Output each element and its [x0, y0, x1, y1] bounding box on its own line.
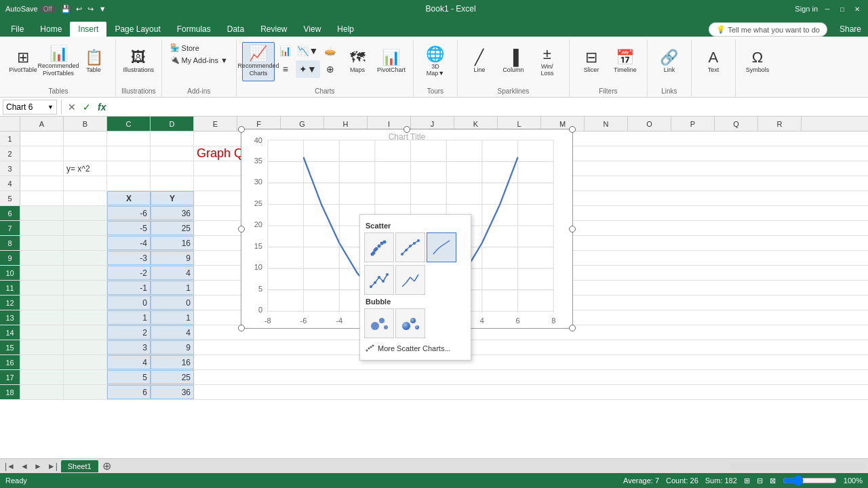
cell-A10[interactable] [20, 266, 64, 280]
close-btn[interactable]: ✕ [852, 3, 863, 14]
3d-map-btn[interactable]: 🌐 3DMap▼ [419, 42, 452, 81]
cell-B1[interactable] [64, 131, 107, 146]
page-break-view-btn[interactable]: ⊠ [770, 476, 776, 485]
store-btn[interactable]: 🏪 Store [167, 42, 202, 54]
col-A[interactable]: A [20, 117, 64, 131]
cell-A9[interactable] [20, 251, 64, 265]
more-scatter-btn[interactable]: More Scatter Charts... [364, 341, 467, 356]
scatter-straight-markers-btn[interactable] [364, 265, 394, 295]
cell-A14[interactable] [20, 325, 64, 340]
cancel-btn[interactable]: ✕ [66, 102, 78, 113]
tab-nav-prev[interactable]: ◄ [18, 462, 31, 471]
text-btn[interactable]: A Text [697, 42, 730, 81]
tab-home[interactable]: Home [32, 22, 70, 37]
cell-A17[interactable] [20, 370, 64, 384]
tab-file[interactable]: File [3, 22, 32, 37]
cell-C8[interactable]: -4 [107, 236, 151, 250]
cell-A4[interactable] [20, 176, 64, 190]
col-R[interactable]: R [758, 117, 802, 131]
more-charts-btn[interactable]: ⊕ [321, 60, 340, 78]
save-btn[interactable]: 💾 [61, 5, 71, 14]
cell-A12[interactable] [20, 296, 64, 310]
col-D[interactable]: D [151, 117, 194, 131]
bubble-3d-btn[interactable] [395, 308, 425, 338]
tab-formulas[interactable]: Formulas [169, 22, 219, 37]
confirm-btn[interactable]: ✓ [81, 102, 93, 113]
cell-A3[interactable] [20, 161, 64, 176]
cell-D16[interactable]: 16 [151, 355, 194, 369]
winloss-btn[interactable]: ± Win/Loss [531, 42, 564, 81]
tab-view[interactable]: View [296, 22, 330, 37]
fx-btn[interactable]: fx [96, 102, 108, 113]
cell-D8[interactable]: 16 [151, 236, 194, 250]
cell-D17[interactable]: 25 [151, 370, 194, 384]
handle-bottomleft[interactable] [238, 325, 245, 331]
cell-A2[interactable] [20, 146, 64, 161]
scroll-bar-area[interactable] [730, 462, 865, 470]
illustrations-btn[interactable]: 🖼 Illustrations [122, 42, 155, 81]
cell-C13[interactable]: 1 [107, 310, 151, 325]
tell-me-bar[interactable]: 💡 Tell me what you want to do [709, 22, 827, 37]
col-N[interactable]: N [585, 117, 628, 131]
autosave-toggle[interactable]: Off [40, 5, 56, 13]
bubble-btn[interactable] [364, 308, 394, 338]
cell-A18[interactable] [20, 385, 64, 399]
cell-D6[interactable]: 36 [151, 206, 194, 220]
tab-nav-last[interactable]: ►| [45, 462, 60, 471]
sheet-tab-sheet1[interactable]: Sheet1 [61, 460, 98, 472]
zoom-slider[interactable] [783, 475, 837, 486]
cell-A1[interactable] [20, 131, 64, 146]
cell-B6[interactable] [64, 206, 107, 220]
symbols-btn[interactable]: Ω Symbols [741, 42, 774, 81]
cell-D1[interactable] [151, 131, 194, 146]
sign-in-btn[interactable]: Sign in [795, 5, 818, 13]
cell-D11[interactable]: 1 [151, 281, 194, 295]
cell-D12[interactable]: 0 [151, 296, 194, 310]
cell-B13[interactable] [64, 310, 107, 325]
maps-btn[interactable]: 🗺 Maps [341, 42, 374, 81]
cell-C16[interactable]: 4 [107, 355, 151, 369]
cell-D15[interactable]: 9 [151, 340, 194, 354]
cell-D2[interactable] [151, 146, 194, 161]
column-sparkline-btn[interactable]: ▐ Column [497, 42, 530, 81]
cell-C17[interactable]: 5 [107, 370, 151, 384]
handle-left[interactable] [238, 226, 245, 232]
cell-B5[interactable] [64, 191, 107, 205]
col-C[interactable]: C [107, 117, 151, 131]
cell-C2[interactable] [107, 146, 151, 161]
cell-C6[interactable]: -6 [107, 206, 151, 220]
cell-B8[interactable] [64, 236, 107, 250]
cell-A11[interactable] [20, 281, 64, 295]
cell-A15[interactable] [20, 340, 64, 354]
cell-B16[interactable] [64, 355, 107, 369]
recommended-charts-btn[interactable]: 📈 RecommendedCharts [242, 42, 275, 81]
cell-D5-Y[interactable]: Y [151, 191, 194, 205]
cell-C9[interactable]: -3 [107, 251, 151, 265]
cell-B17[interactable] [64, 370, 107, 384]
cell-C18[interactable]: 6 [107, 385, 151, 399]
cell-B4[interactable] [64, 176, 107, 190]
add-sheet-btn[interactable]: ⊕ [100, 460, 114, 472]
scatter-smooth-markers-btn[interactable] [395, 232, 425, 262]
col-E[interactable]: E [194, 117, 237, 131]
cell-B14[interactable] [64, 325, 107, 340]
col-O[interactable]: O [628, 117, 671, 131]
tab-pagelayout[interactable]: Page Layout [106, 22, 168, 37]
cell-A5[interactable] [20, 191, 64, 205]
chart-title[interactable]: Chart Title [241, 129, 572, 144]
formula-input[interactable] [111, 100, 865, 115]
col-P[interactable]: P [671, 117, 715, 131]
tab-nav-next[interactable]: ► [32, 462, 44, 471]
col-Q[interactable]: Q [715, 117, 758, 131]
tab-data[interactable]: Data [219, 22, 252, 37]
minimize-btn[interactable]: ─ [822, 3, 833, 14]
cell-C12[interactable]: 0 [107, 296, 151, 310]
scatter-chart-btn[interactable]: ✦▼ [296, 60, 320, 78]
cell-B7[interactable] [64, 221, 107, 235]
cell-B2[interactable] [64, 146, 107, 161]
column-chart-btn[interactable]: 📊 [276, 42, 295, 60]
cell-D3[interactable] [151, 161, 194, 176]
cell-C4[interactable] [107, 176, 151, 190]
recommended-pivot-btn[interactable]: 📊 RecommendedPivotTables [41, 42, 76, 81]
page-layout-view-btn[interactable]: ⊟ [757, 476, 763, 485]
